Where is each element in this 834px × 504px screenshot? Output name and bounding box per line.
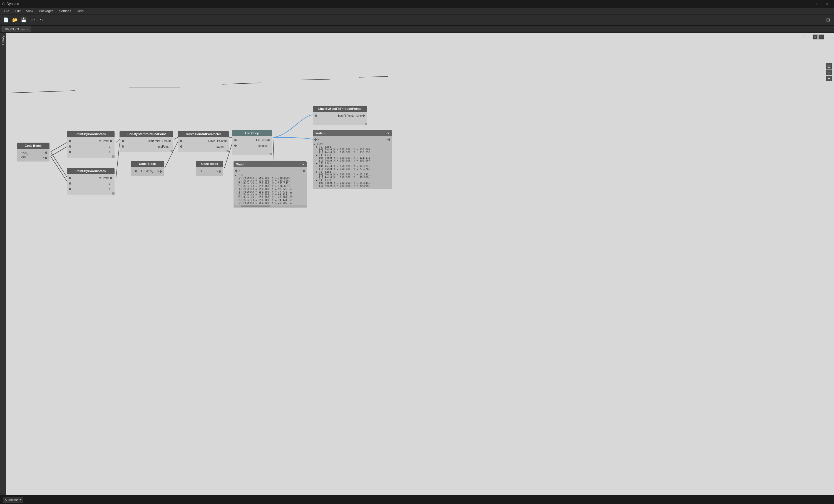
curve-port-curve-in xyxy=(180,140,182,142)
menu-packages[interactable]: Packages xyxy=(36,8,57,14)
new-button[interactable]: 📄 xyxy=(2,16,10,24)
title-bar: ⬡ Dynamo − □ × xyxy=(0,0,834,8)
top-right-btn3[interactable]: ≡ xyxy=(813,35,818,40)
code-block-2-node[interactable]: Code Block 0..1..#10; > xyxy=(131,161,164,176)
point-2-resize[interactable] xyxy=(112,192,114,195)
zoom-in-button[interactable]: + xyxy=(826,69,832,75)
code-block-2-code[interactable]: 0..1..#10; xyxy=(133,169,157,174)
curve-resize[interactable] xyxy=(226,150,229,152)
watch-2-body: > > ▶ List ▶ [0] List [0] Point(X = 150.… xyxy=(313,136,392,189)
point-1-output-label: Point xyxy=(103,139,110,143)
zoom-out-button[interactable]: − xyxy=(826,75,832,81)
chop-body: list lists lengths xyxy=(232,136,272,155)
point-1-label-y: y xyxy=(71,145,112,148)
svg-line-2 xyxy=(222,83,261,84)
chop-output-label: lists xyxy=(262,139,267,142)
redo-button[interactable]: ↪ xyxy=(38,16,46,24)
watch-1-port-out xyxy=(303,170,305,172)
point-2-header: Point.ByCoordinates xyxy=(67,168,114,174)
watch-1-tree: ▶ List [0] Point(X = 150.000, Y = 150.00… xyxy=(234,173,307,205)
code-line-2: 20; xyxy=(21,155,40,159)
code-block-3-body: 2; > xyxy=(196,167,223,176)
minimize-button[interactable]: − xyxy=(804,1,813,7)
close-button[interactable]: × xyxy=(823,1,832,7)
point-by-coord-2-node[interactable]: Point.ByCoordinates x Point y z xyxy=(67,168,114,195)
point-1-resize[interactable] xyxy=(112,155,114,158)
undo-button[interactable]: ↩ xyxy=(29,16,37,24)
line-best-fit-node[interactable]: Line.ByBestFitThroughPoints bestFitPoint… xyxy=(313,106,367,125)
list-chop-node[interactable]: List.Chop list lists lengths xyxy=(232,130,272,155)
watch-1-node[interactable]: Watch > > > ▶ List [0] Point(X = 150.000… xyxy=(234,161,307,208)
line-port-end-in xyxy=(122,146,124,148)
line-resize[interactable] xyxy=(171,150,173,152)
point-1-label-x: x xyxy=(71,139,103,143)
curve-row-param: param xyxy=(178,144,229,149)
bestfit-resize[interactable] xyxy=(365,123,367,125)
watch-2-node[interactable]: Watch > > > ▶ List ▶ [0] List [0] Point(… xyxy=(313,130,392,189)
watch-1-output-arrow: > xyxy=(302,162,304,166)
line-output-label: Line xyxy=(162,139,169,143)
point-2-port-y-in xyxy=(69,182,71,184)
chop-row-lengths: lengths xyxy=(232,143,272,149)
code-block-1-code[interactable]: 150; 20; xyxy=(19,150,43,160)
code-block-1-body: 150; 20; > > xyxy=(17,149,49,161)
top-right-btn2[interactable]: ⊟ xyxy=(807,35,812,40)
line-port-out xyxy=(169,140,171,142)
app-title: ⬡ Dynamo xyxy=(2,2,19,6)
watch-2-output-label-right: > xyxy=(386,138,388,141)
menu-help[interactable]: Help xyxy=(74,8,86,14)
zoom-fit-button[interactable]: ⊡ xyxy=(826,63,832,69)
sidebar-library[interactable]: Library xyxy=(1,34,5,47)
point-1-body: x Point y z xyxy=(67,137,114,158)
maximize-button[interactable]: □ xyxy=(813,1,822,7)
line-row-end: endPoint xyxy=(119,144,173,149)
curve-header: Curve.PointAtParameter xyxy=(178,131,229,137)
code-block-3-code[interactable]: 2; xyxy=(198,169,216,174)
point-2-output-label: Point xyxy=(103,177,110,180)
watch-2-input-label: > xyxy=(317,138,319,141)
curve-label-curve: curve xyxy=(182,139,217,143)
point-2-row-y: y xyxy=(67,181,114,186)
bestfit-header: Line.ByBestFitThroughPoints xyxy=(313,106,367,112)
code-output-port-2 xyxy=(45,157,47,159)
line-by-start-end-node[interactable]: Line.ByStartPointEndPoint startPoint Lin… xyxy=(119,131,173,152)
chop-label-lengths: lengths xyxy=(237,144,270,147)
code-block-1-node[interactable]: Code Block 150; 20; > > xyxy=(17,143,49,161)
execution-mode-label: Automatic xyxy=(5,498,18,502)
code-block-3-header: Code Block xyxy=(196,161,223,167)
watch-2-tree: ▶ List ▶ [0] List [0] Point(X = 150.000,… xyxy=(313,141,392,188)
line-port-start-in xyxy=(122,140,124,142)
layout-button[interactable]: ⊞ xyxy=(824,16,832,24)
canvas[interactable]: ⊞ ⊟ ≡ ☰ xyxy=(6,33,834,495)
watch-2-port-out xyxy=(388,138,390,141)
line-body: startPoint Line endPoint xyxy=(119,137,173,152)
menu-settings[interactable]: Settings xyxy=(57,8,74,14)
point-1-port-z-in xyxy=(69,151,71,153)
tab-close-button[interactable]: × xyxy=(26,28,28,31)
chop-header: List.Chop xyxy=(232,130,272,136)
curve-output-label: Point xyxy=(217,139,224,143)
bestfit-row: bestFitPoints Line xyxy=(313,113,367,118)
watch-1-port-in xyxy=(235,170,237,172)
execution-mode-dropdown[interactable]: Automatic ▾ xyxy=(3,497,23,503)
menu-file[interactable]: File xyxy=(1,8,12,14)
file-tab[interactable]: 06_03_03.dyn × xyxy=(2,26,31,32)
watch-1-input-row: > > xyxy=(234,169,307,173)
app-name: Dynamo xyxy=(7,2,19,6)
chop-resize[interactable] xyxy=(270,153,272,155)
menu-edit[interactable]: Edit xyxy=(12,8,23,14)
point-by-coord-1-node[interactable]: Point.ByCoordinates x Point y z xyxy=(67,131,114,158)
watch-1-scrollbar[interactable] xyxy=(234,205,307,207)
top-right-btn4[interactable]: ☰ xyxy=(818,35,824,40)
curve-point-node[interactable]: Curve.PointAtParameter curve Point param xyxy=(178,131,229,152)
code-block-2-body: 0..1..#10; > xyxy=(131,167,164,176)
menu-view[interactable]: View xyxy=(23,8,36,14)
open-button[interactable]: 📂 xyxy=(11,16,19,24)
point-1-label-z: z xyxy=(71,151,112,154)
svg-line-6 xyxy=(50,147,67,156)
code-block-3-node[interactable]: Code Block 2; > xyxy=(196,161,223,176)
save-button[interactable]: 💾 xyxy=(20,16,28,24)
code-line-1: 150; xyxy=(21,152,40,155)
code-block-2-row: 0..1..#10; > xyxy=(131,168,164,175)
top-right-btn1[interactable]: ⊞ xyxy=(801,35,806,40)
